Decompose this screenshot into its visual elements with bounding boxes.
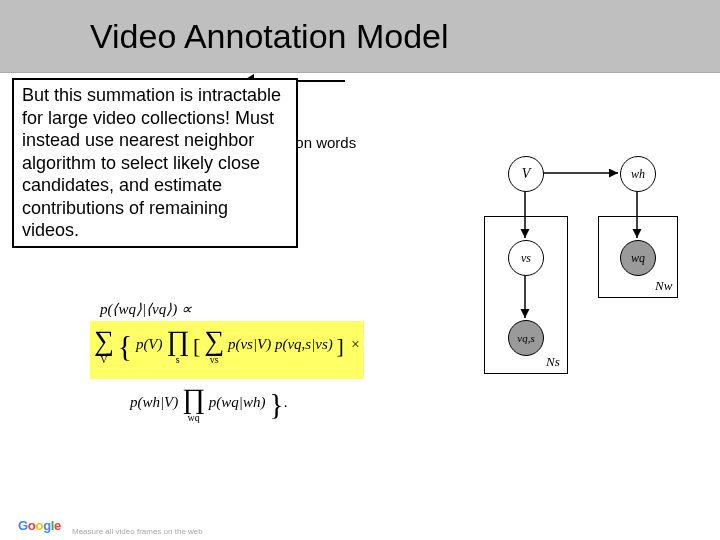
equation-lhs: p(⟨wq⟩|⟨vq⟩) ∝ [100, 300, 364, 318]
times-symbol: × [351, 336, 359, 352]
p-vs-given-v: p(vs|V) [228, 336, 271, 352]
node-vqs: vq,s [508, 320, 544, 356]
plate-ns-label: Ns [546, 354, 560, 370]
slide: Video Annotation Model But this summatio… [0, 0, 720, 540]
occluded-text: ion words [292, 134, 356, 151]
p-of-v: p(V) [136, 336, 163, 352]
equation-highlight: ∑ V { p(V) ∏ s [ ∑ vs p(vs|V) p(vq,s|vs)… [90, 321, 364, 379]
slide-title: Video Annotation Model [90, 17, 449, 56]
product-s: ∏ s [166, 327, 189, 365]
p-wh-given-v: p(wh|V) [130, 394, 178, 410]
equation-lhs-text: p(⟨wq⟩|⟨vq⟩) ∝ [100, 301, 192, 317]
equation-block: p(⟨wq⟩|⟨vq⟩) ∝ ∑ V { p(V) ∏ s [ ∑ vs p(v… [90, 300, 364, 423]
graphical-model: Ns Nw V wh vs wq vq,s [470, 138, 710, 398]
footer-caption: Measure all video frames on the web [72, 528, 203, 536]
node-wq: wq [620, 240, 656, 276]
equation-line3: p(wh|V) ∏ wq p(wq|wh) }. [130, 385, 364, 423]
callout-text: But this summation is intractable for la… [22, 85, 281, 240]
p-wq-given-wh: p(wq|wh) [209, 394, 266, 410]
google-logo: Google [18, 518, 61, 533]
node-v: V [508, 156, 544, 192]
node-wh: wh [620, 156, 656, 192]
product-wq: ∏ wq [182, 385, 205, 423]
p-vqs-given-vs: p(vq,s|vs) [275, 336, 333, 352]
callout-box: But this summation is intractable for la… [12, 78, 298, 248]
inner-sum: ∑ vs [204, 327, 224, 365]
outer-sum: ∑ V [94, 327, 114, 365]
title-bar: Video Annotation Model [0, 0, 720, 73]
plate-nw-label: Nw [655, 278, 672, 294]
node-vs: vs [508, 240, 544, 276]
